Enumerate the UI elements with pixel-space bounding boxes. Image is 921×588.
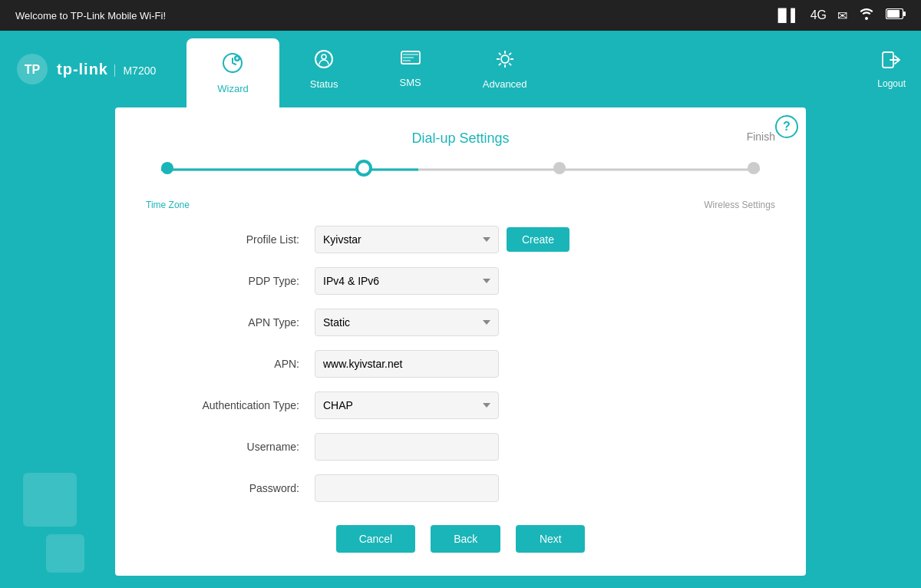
profile-list-select[interactable]: Kyivstar Default xyxy=(315,226,499,253)
sms-icon xyxy=(401,51,421,72)
username-controls xyxy=(315,433,499,461)
apn-type-select[interactable]: Static Dynamic xyxy=(315,309,499,336)
step-dot-2 xyxy=(355,160,372,177)
bottom-buttons: Cancel Back Next xyxy=(146,525,775,553)
profile-list-row: Profile List: Kyivstar Default Create xyxy=(161,226,760,253)
bg-shape-1 xyxy=(23,473,77,527)
help-button[interactable]: ? xyxy=(775,115,798,138)
logo-model: M7200 xyxy=(114,64,156,77)
wifi-icon xyxy=(858,8,875,23)
mail-icon: ✉ xyxy=(837,8,847,23)
logout-icon xyxy=(881,49,903,75)
auth-type-select[interactable]: CHAP PAP None xyxy=(315,391,499,419)
signal-icon: ▐▌▌ xyxy=(774,8,800,22)
apn-type-controls: Static Dynamic xyxy=(315,309,499,336)
advanced-icon xyxy=(495,49,515,74)
svg-rect-1 xyxy=(887,10,900,18)
password-label: Password: xyxy=(161,482,315,494)
tab-advanced-label: Advanced xyxy=(483,78,527,90)
auth-type-controls: CHAP PAP None xyxy=(315,391,499,419)
step-dot-4 xyxy=(748,162,760,174)
username-input[interactable] xyxy=(315,433,499,461)
apn-type-label: APN Type: xyxy=(161,316,315,329)
progress-bar xyxy=(161,162,760,177)
next-button[interactable]: Next xyxy=(516,525,585,553)
step-label-4: Wireless Settings xyxy=(704,200,775,210)
bg-decorative xyxy=(0,358,115,588)
page-title: Dial-up Settings xyxy=(146,130,775,147)
pdp-type-controls: IPv4 & IPv6 IPv4 IPv6 xyxy=(315,267,499,295)
svg-rect-2 xyxy=(903,12,906,16)
bg-shape-2 xyxy=(46,534,84,573)
apn-type-row: APN Type: Static Dynamic xyxy=(161,309,760,336)
tab-status-label: Status xyxy=(310,78,338,90)
apn-controls xyxy=(315,350,499,378)
tab-advanced[interactable]: Advanced xyxy=(452,31,558,107)
step-dot-3 xyxy=(553,162,566,174)
svg-point-8 xyxy=(322,55,326,59)
pdp-type-label: PDP Type: xyxy=(161,275,315,287)
username-label: Username: xyxy=(161,441,315,453)
nav-tabs: Wizard Status SMS xyxy=(187,31,557,107)
network-label: 4G xyxy=(810,8,827,22)
apn-label: APN: xyxy=(161,358,315,370)
status-bar-icons: ▐▌▌ 4G ✉ xyxy=(774,8,906,23)
create-button[interactable]: Create xyxy=(507,227,569,252)
pdp-type-row: PDP Type: IPv4 & IPv6 IPv4 IPv6 xyxy=(161,267,760,295)
username-row: Username: xyxy=(161,433,760,461)
logout-button[interactable]: Logout xyxy=(877,49,906,89)
svg-text:TP: TP xyxy=(25,63,41,76)
pdp-type-select[interactable]: IPv4 & IPv6 IPv4 IPv6 xyxy=(315,267,499,295)
tab-sms[interactable]: SMS xyxy=(369,31,452,107)
auth-type-label: Authentication Type: xyxy=(161,399,315,411)
status-bar: Welcome to TP-Link Mobile Wi-Fi! ▐▌▌ 4G … xyxy=(0,0,921,31)
battery-icon xyxy=(886,8,906,22)
apn-row: APN: xyxy=(161,350,760,378)
apn-input[interactable] xyxy=(315,350,499,378)
svg-point-10 xyxy=(501,55,509,63)
tp-link-logo-icon: TP xyxy=(15,52,49,86)
step-labels: Time Zone Wireless Settings xyxy=(146,200,775,210)
status-bar-title: Welcome to TP-Link Mobile Wi-Fi! xyxy=(15,10,166,21)
password-row: Password: xyxy=(161,474,760,502)
password-controls xyxy=(315,474,499,502)
finish-link[interactable]: Finish xyxy=(747,130,775,143)
logo-brand: tp-link xyxy=(57,61,108,78)
wizard-icon xyxy=(222,52,243,78)
help-icon: ? xyxy=(783,120,791,134)
step-label-1: Time Zone xyxy=(146,200,190,210)
tab-wizard[interactable]: Wizard xyxy=(187,38,279,107)
tab-sms-label: SMS xyxy=(400,77,421,88)
profile-list-controls: Kyivstar Default Create xyxy=(315,226,569,253)
step-dot-1 xyxy=(161,162,173,174)
password-input[interactable] xyxy=(315,474,499,502)
auth-type-row: Authentication Type: CHAP PAP None xyxy=(161,391,760,419)
step-dots xyxy=(161,162,760,177)
main-content: ? Dial-up Settings Finish Time Zone Wire… xyxy=(115,107,806,576)
cancel-button[interactable]: Cancel xyxy=(336,525,416,553)
logo-text-area: tp-link M7200 xyxy=(57,61,156,78)
back-button[interactable]: Back xyxy=(431,525,500,553)
logout-label: Logout xyxy=(877,78,906,89)
status-icon xyxy=(314,49,334,74)
progress-steps: Time Zone Wireless Settings xyxy=(146,162,775,210)
form-area: Profile List: Kyivstar Default Create PD… xyxy=(161,226,760,502)
tab-wizard-label: Wizard xyxy=(217,83,248,94)
nav-bar: TP tp-link M7200 Wizard xyxy=(0,31,921,107)
profile-list-label: Profile List: xyxy=(161,233,315,246)
tab-status[interactable]: Status xyxy=(279,31,369,107)
logo-area: TP tp-link M7200 xyxy=(15,52,156,86)
